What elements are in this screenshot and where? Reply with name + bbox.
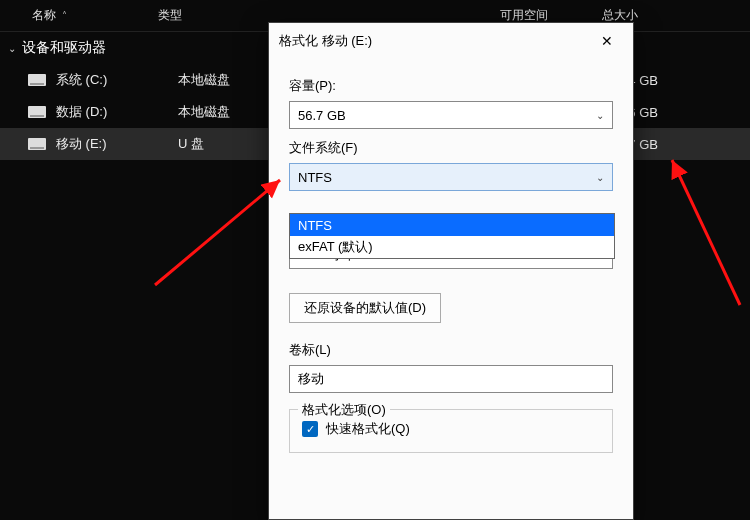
volume-input[interactable] <box>289 365 613 393</box>
chevron-down-icon: ⌄ <box>596 172 604 183</box>
titlebar: 格式化 移动 (E:) ✕ <box>269 23 633 59</box>
format-options-legend: 格式化选项(O) <box>298 401 390 419</box>
restore-defaults-button[interactable]: 还原设备的默认值(D) <box>289 293 441 323</box>
volume-label: 卷标(L) <box>289 341 613 359</box>
capacity-label: 容量(P): <box>289 77 613 95</box>
format-dialog: 格式化 移动 (E:) ✕ 容量(P): 56.7 GB ⌄ 文件系统(F) N… <box>268 22 634 520</box>
sort-asc-icon: ˄ <box>62 10 67 21</box>
chevron-down-icon: ⌄ <box>596 110 604 121</box>
quick-format-checkbox[interactable]: ✓ 快速格式化(Q) <box>302 420 600 438</box>
column-type[interactable]: 类型 <box>158 7 278 24</box>
dropdown-option-exfat[interactable]: exFAT (默认) <box>290 236 614 258</box>
drive-icon <box>28 138 46 150</box>
capacity-select[interactable]: 56.7 GB ⌄ <box>289 101 613 129</box>
drive-icon <box>28 106 46 118</box>
close-button[interactable]: ✕ <box>591 27 623 55</box>
filesystem-dropdown[interactable]: NTFS exFAT (默认) <box>289 213 615 259</box>
dropdown-option-ntfs[interactable]: NTFS <box>290 214 614 236</box>
format-options-group: 格式化选项(O) ✓ 快速格式化(Q) <box>289 409 613 453</box>
dialog-title: 格式化 移动 (E:) <box>279 32 591 50</box>
filesystem-label: 文件系统(F) <box>289 139 613 157</box>
checkbox-checked-icon: ✓ <box>302 421 318 437</box>
column-name[interactable]: 名称 ˄ <box>8 7 158 24</box>
chevron-down-icon: ⌄ <box>8 43 16 54</box>
drive-icon <box>28 74 46 86</box>
filesystem-select[interactable]: NTFS ⌄ <box>289 163 613 191</box>
close-icon: ✕ <box>601 33 613 49</box>
